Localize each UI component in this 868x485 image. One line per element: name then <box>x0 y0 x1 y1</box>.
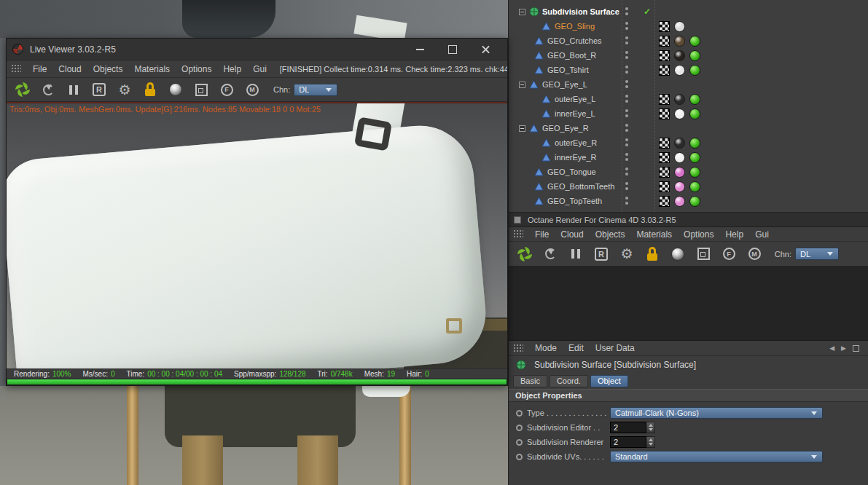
object-tag-icon[interactable] <box>689 138 700 149</box>
spinner-down-icon[interactable] <box>649 428 653 431</box>
material-tag-icon[interactable] <box>674 181 685 192</box>
type-dropdown[interactable]: Catmull-Clark (N-Gons) <box>610 407 823 419</box>
subdivision-renderer-field[interactable]: 2 <box>610 436 646 448</box>
render-visibility-dot[interactable] <box>625 27 628 30</box>
editor-visibility-dot[interactable] <box>625 138 628 141</box>
material-picker-icon[interactable]: M <box>746 245 763 263</box>
channel-dropdown[interactable]: DL <box>294 84 337 96</box>
render-visibility-dot[interactable] <box>625 42 628 44</box>
enabled-check-icon[interactable]: ✓ <box>644 7 651 17</box>
editor-visibility-dot[interactable] <box>625 66 628 68</box>
spinner-up-icon[interactable] <box>649 438 653 441</box>
region-icon[interactable] <box>695 245 712 263</box>
render-visibility-dot[interactable] <box>625 187 628 190</box>
refresh-icon[interactable] <box>39 81 57 98</box>
refresh-icon[interactable] <box>541 245 559 263</box>
subdivision-renderer-spinner[interactable] <box>646 436 655 448</box>
menu-item-objects[interactable]: Objects <box>87 64 129 74</box>
texture-tag-icon[interactable] <box>659 21 670 32</box>
material-picker-icon[interactable]: M <box>243 81 261 98</box>
object-row-innereye-r[interactable]: innerEye_R <box>509 150 868 165</box>
octane-logo-icon[interactable] <box>516 245 533 263</box>
texture-tag-icon[interactable] <box>659 109 670 119</box>
menu-item-file[interactable]: File <box>529 229 555 240</box>
subdivision-editor-spinner[interactable] <box>646 422 655 433</box>
object-tag-icon[interactable] <box>689 167 700 178</box>
octane-window-titlebar[interactable]: Octane Render For Cinema 4D 3.03.2-R5 <box>509 213 868 227</box>
menu-item-file[interactable]: File <box>27 64 52 74</box>
object-row-geo-bottomteeth[interactable]: GEO_BottomTeeth <box>509 179 868 194</box>
object-row-subdivision-surface[interactable]: Subdivision Surface✓ <box>509 4 868 19</box>
render-visibility-dot[interactable] <box>625 173 628 176</box>
menu-item-options[interactable]: Options <box>678 229 719 240</box>
render-visibility-dot[interactable] <box>625 71 628 74</box>
editor-visibility-dot[interactable] <box>625 95 628 98</box>
object-row-geo-tshirt[interactable]: GEO_Tshirt <box>509 63 868 77</box>
history-back-icon[interactable]: ◀ <box>829 344 834 352</box>
material-tag-icon[interactable] <box>674 196 685 207</box>
texture-tag-icon[interactable] <box>659 138 670 149</box>
menu-item-materials[interactable]: Materials <box>128 64 176 74</box>
grip-icon[interactable] <box>513 229 523 239</box>
octane-logo-icon[interactable] <box>14 81 31 98</box>
render-view[interactable]: Tris:0ms, Obj:0ms. MeshGen:0ms. Update[G… <box>7 102 507 368</box>
material-tag-icon[interactable] <box>674 65 685 76</box>
render-visibility-dot[interactable] <box>625 56 628 59</box>
texture-tag-icon[interactable] <box>659 152 670 163</box>
editor-visibility-dot[interactable] <box>625 22 628 25</box>
editor-visibility-dot[interactable] <box>625 7 628 10</box>
object-row-geo-topteeth[interactable]: GEO_TopTeeth <box>509 194 868 208</box>
object-row-geo-boot-r[interactable]: GEO_Boot_R <box>509 48 868 63</box>
object-row-outereye-r[interactable]: outerEye_R <box>509 135 868 150</box>
render-visibility-dot[interactable] <box>625 202 628 205</box>
menu-item-user-data[interactable]: User Data <box>590 343 641 353</box>
texture-tag-icon[interactable] <box>659 94 670 105</box>
object-tag-icon[interactable] <box>689 65 700 76</box>
material-tag-icon[interactable] <box>674 94 685 105</box>
material-tag-icon[interactable] <box>674 36 685 47</box>
lock-icon[interactable] <box>141 81 159 98</box>
object-tag-icon[interactable] <box>689 181 700 192</box>
restart-icon[interactable]: R <box>593 245 610 263</box>
tab-coord[interactable]: Coord. <box>550 375 588 387</box>
menu-item-edit[interactable]: Edit <box>563 343 590 353</box>
render-visibility-dot[interactable] <box>625 129 628 132</box>
grip-icon[interactable] <box>11 64 21 74</box>
focus-picker-icon[interactable]: F <box>218 81 235 98</box>
object-row-geo-eye-l[interactable]: GEO_Eye_L <box>509 77 868 92</box>
grip-icon[interactable] <box>513 344 523 353</box>
keyframe-circle-icon[interactable] <box>516 425 523 431</box>
subdivide-uvs-dropdown[interactable]: Standard <box>610 451 823 462</box>
menu-item-cloud[interactable]: Cloud <box>52 64 87 74</box>
maximize-button[interactable] <box>447 44 458 55</box>
pause-icon[interactable] <box>567 245 584 263</box>
object-row-geo-crutches[interactable]: GEO_Crutches <box>509 33 868 48</box>
menu-item-gui[interactable]: Gui <box>749 229 775 240</box>
menu-item-objects[interactable]: Objects <box>590 229 631 240</box>
menu-item-mode[interactable]: Mode <box>529 343 563 353</box>
panel-icon[interactable] <box>853 345 859 352</box>
object-tag-icon[interactable] <box>689 94 700 105</box>
octane-render-area[interactable] <box>509 267 868 341</box>
material-tag-icon[interactable] <box>674 50 685 61</box>
object-tag-icon[interactable] <box>689 36 700 47</box>
material-tag-icon[interactable] <box>674 152 685 163</box>
menu-item-options[interactable]: Options <box>176 64 217 74</box>
expander-icon[interactable] <box>519 82 525 88</box>
pause-icon[interactable] <box>65 81 82 98</box>
editor-visibility-dot[interactable] <box>625 124 628 127</box>
object-row-geo-eye-r[interactable]: GEO_Eye_R <box>509 121 868 135</box>
editor-visibility-dot[interactable] <box>625 109 628 112</box>
material-tag-icon[interactable] <box>674 138 685 149</box>
keyframe-circle-icon[interactable] <box>516 454 523 460</box>
editor-visibility-dot[interactable] <box>625 153 628 156</box>
gear-icon[interactable]: ⚙ <box>116 81 133 98</box>
close-button[interactable] <box>480 44 491 55</box>
texture-tag-icon[interactable] <box>659 181 670 192</box>
object-tag-icon[interactable] <box>689 196 700 207</box>
render-visibility-dot[interactable] <box>625 143 628 146</box>
editor-visibility-dot[interactable] <box>625 167 628 170</box>
render-visibility-dot[interactable] <box>625 85 628 88</box>
editor-visibility-dot[interactable] <box>625 197 628 200</box>
subdivision-editor-field[interactable]: 2 <box>610 422 646 433</box>
